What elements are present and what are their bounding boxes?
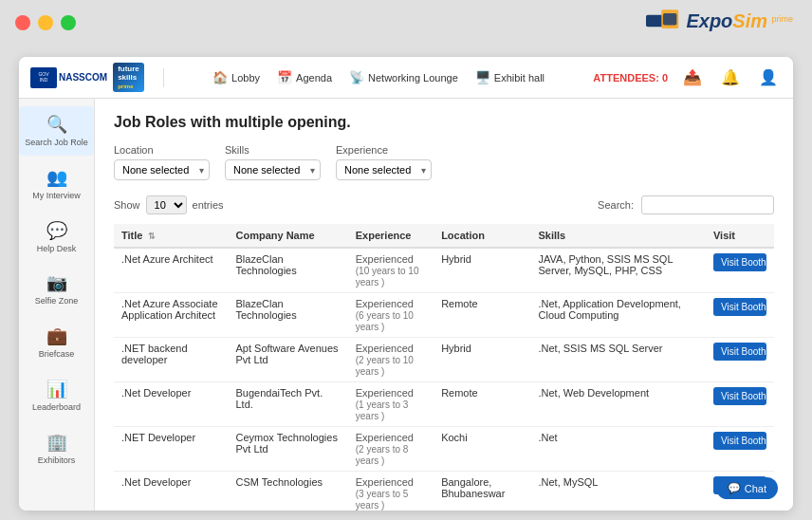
cell-location-2: Hybrid (434, 338, 530, 382)
sidebar-label-help-desk: Help Desk (37, 244, 77, 254)
nav-icon-export[interactable]: 📤 (679, 65, 706, 91)
table-row: .Net Azure Architect BlazeClan Technolog… (114, 248, 774, 293)
sidebar-label-my-interview: My Interview (32, 191, 81, 201)
chat-label: Chat (745, 483, 766, 494)
cell-company-3: BugendaiTech Pvt. Ltd. (228, 382, 347, 427)
cell-skills-0: JAVA, Python, SSIS MS SQL Server, MySQL,… (531, 248, 706, 293)
cell-visit-1: Visit Booth (706, 293, 774, 338)
traffic-lights (15, 15, 76, 30)
sort-icon-title: ⇅ (148, 232, 156, 241)
sidebar-item-exhibitors[interactable]: 🏢 Exhibitors (19, 424, 94, 474)
search-input[interactable] (641, 195, 774, 214)
cell-location-3: Remote (434, 382, 530, 427)
sidebar-label-exhibitors: Exhibitors (38, 455, 76, 466)
cell-visit-3: Visit Booth (706, 382, 774, 427)
cell-company-0: BlazeClan Technologies (228, 248, 347, 293)
visit-btn-4[interactable]: Visit Booth (713, 432, 766, 450)
cell-skills-2: .Net, SSIS MS SQL Server (531, 338, 706, 382)
col-skills: Skills (531, 224, 706, 248)
sidebar-item-help-desk[interactable]: 💬 Help Desk (19, 213, 94, 262)
exposim-logo-icon (646, 8, 680, 34)
experience-filter-label: Experience (336, 144, 432, 156)
table-row: .NET backend developer Apt Software Aven… (114, 338, 774, 382)
exhibitors-icon: 🏢 (46, 432, 67, 453)
cell-location-4: Kochi (434, 427, 530, 472)
cell-experience-2: Experienced (2 years to 10 years ) (348, 338, 434, 382)
cell-experience-4: Experienced (2 years to 8 years ) (348, 427, 434, 472)
visit-btn-3[interactable]: Visit Booth (713, 387, 766, 405)
entries-select[interactable]: 10 25 50 (146, 195, 187, 214)
visit-btn-0[interactable]: Visit Booth (713, 253, 766, 271)
chat-button[interactable]: 💬 Chat (716, 477, 778, 499)
search-group: Search: (598, 195, 774, 214)
location-filter-group: Location None selected Hybrid Remote Koc… (114, 144, 210, 180)
cell-experience-0: Experienced (10 years to 10 years ) (348, 248, 434, 293)
show-label: Show (114, 199, 140, 211)
table-controls: Show 10 25 50 entries Search: (114, 195, 774, 214)
agenda-icon: 📅 (277, 70, 292, 84)
browser-window: GOVIND NASSCOM futureskillsprime 🏠 Lobby… (19, 57, 793, 511)
sidebar-label-selfie-zone: Selfie Zone (35, 296, 79, 306)
exposim-logo: ExpoSim prime (646, 8, 793, 34)
experience-select[interactable]: None selected (336, 159, 432, 180)
cell-title-0: .Net Azure Architect (114, 248, 228, 293)
selfie-zone-icon: 📷 (46, 272, 67, 293)
sidebar: 🔍 Search Job Role 👥 My Interview 💬 Help … (19, 99, 95, 511)
show-entries: Show 10 25 50 entries (114, 195, 224, 214)
sidebar-label-leaderboard: Leaderboard (32, 402, 81, 413)
skills-filter-group: Skills None selected (225, 144, 321, 180)
location-select[interactable]: None selected Hybrid Remote Kochi Bangal… (114, 159, 210, 180)
exposim-logo-text: ExpoSim prime (686, 10, 793, 32)
cell-skills-4: .Net (531, 427, 706, 472)
col-experience: Experience (348, 224, 434, 248)
table-header-row: Title ⇅ Company Name Experience Location… (114, 224, 774, 248)
visit-btn-1[interactable]: Visit Booth (713, 298, 766, 316)
cell-skills-1: .Net, Application Development, Cloud Com… (531, 293, 706, 338)
cell-experience-5: Experienced (3 years to 5 years ) (348, 472, 434, 511)
chat-area: 💬 Chat (716, 477, 778, 499)
nav-link-exhibit[interactable]: 🖥️ Exhibit hall (475, 70, 544, 84)
cell-title-3: .Net Developer (114, 382, 228, 427)
traffic-light-red[interactable] (15, 15, 30, 30)
sidebar-item-selfie-zone[interactable]: 📷 Selfie Zone (19, 265, 94, 314)
cell-location-0: Hybrid (434, 248, 530, 293)
sidebar-item-my-interview[interactable]: 👥 My Interview (19, 159, 94, 209)
nasscom-logo: NASSCOM (59, 72, 107, 83)
traffic-light-yellow[interactable] (38, 15, 53, 30)
skills-select[interactable]: None selected (225, 159, 321, 180)
exhibit-icon: 🖥️ (475, 70, 490, 84)
col-location: Location (434, 224, 530, 248)
sidebar-item-search-job[interactable]: 🔍 Search Job Role (19, 106, 94, 156)
sidebar-item-leaderboard[interactable]: 📊 Leaderboard (19, 371, 94, 420)
nav-link-lobby[interactable]: 🏠 Lobby (212, 70, 260, 84)
nav-icon-profile[interactable]: 👤 (755, 65, 782, 91)
my-interview-icon: 👥 (46, 167, 67, 188)
traffic-light-green[interactable] (61, 15, 76, 30)
sidebar-label-briefcase: Briefcase (39, 349, 75, 360)
search-job-icon: 🔍 (46, 114, 67, 135)
col-title: Title ⇅ (114, 224, 228, 248)
svg-rect-2 (663, 13, 676, 26)
help-desk-icon: 💬 (46, 220, 67, 241)
visit-btn-2[interactable]: Visit Booth (713, 343, 766, 361)
sidebar-item-briefcase[interactable]: 💼 Briefcase (19, 318, 94, 367)
cell-experience-1: Experienced (6 years to 10 years ) (348, 293, 434, 338)
nav-link-agenda[interactable]: 📅 Agenda (277, 70, 332, 84)
cell-visit-4: Visit Booth (706, 427, 774, 472)
cell-experience-3: Experienced (1 years to 3 years ) (348, 382, 434, 427)
table-row: .Net Developer CSM Technologies Experien… (114, 472, 774, 511)
cell-skills-3: .Net, Web Development (531, 382, 706, 427)
search-label: Search: (598, 199, 634, 211)
nav-icon-alert[interactable]: 🔔 (717, 65, 744, 91)
col-company: Company Name (228, 224, 347, 248)
cell-location-5: Bangalore, Bhubaneswar (434, 472, 530, 511)
main-content: Job Roles with multiple opening. Locatio… (95, 99, 793, 511)
nav-logos: GOVIND NASSCOM futureskillsprime (30, 63, 144, 92)
cell-company-2: Apt Software Avenues Pvt Ltd (228, 338, 347, 382)
nav-link-networking[interactable]: 📡 Networking Lounge (349, 70, 458, 84)
chat-icon: 💬 (728, 482, 741, 494)
experience-select-wrapper: None selected (336, 159, 432, 180)
top-nav: GOVIND NASSCOM futureskillsprime 🏠 Lobby… (19, 57, 793, 99)
cell-company-5: CSM Technologies (228, 472, 347, 511)
cell-title-1: .Net Azure Associate Application Archite… (114, 293, 228, 338)
